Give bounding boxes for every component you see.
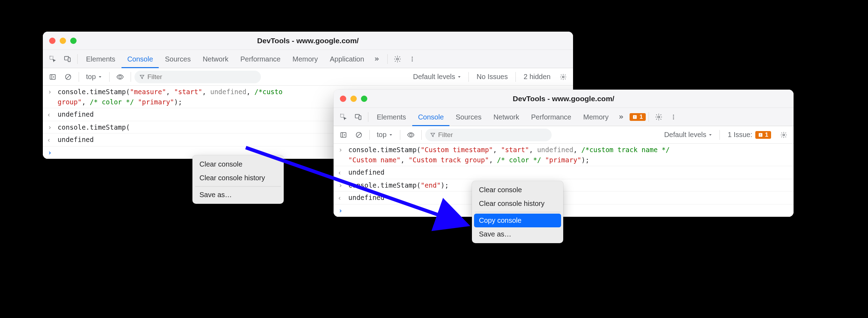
svg-point-20	[673, 115, 674, 116]
menu-save-as[interactable]: Save as…	[474, 227, 561, 241]
divider	[368, 112, 368, 122]
window-title: DevTools - www.google.com/	[43, 37, 573, 45]
tab-elements[interactable]: Elements	[80, 50, 121, 68]
input-marker-icon	[338, 145, 344, 165]
tab-performance[interactable]: Performance	[526, 108, 577, 126]
console-result-row: undefined	[334, 192, 794, 205]
output-marker-icon	[48, 135, 53, 145]
console-input-row[interactable]: console.timeStamp("end");	[334, 179, 794, 192]
divider	[468, 72, 469, 82]
live-expression-icon[interactable]	[404, 128, 418, 142]
svg-point-31	[783, 134, 785, 136]
titlebar[interactable]: DevTools - www.google.com/	[43, 32, 573, 50]
console-input-row[interactable]: console.timeStamp("Custom timestamp", "s…	[334, 144, 794, 166]
console-toolbar: top Default levels 1 Issue: 1	[334, 126, 794, 144]
settings-icon[interactable]	[652, 110, 666, 124]
close-icon[interactable]	[49, 38, 55, 44]
tab-sources[interactable]: Sources	[450, 108, 487, 126]
divider	[77, 54, 78, 64]
console-result-row: undefined	[334, 166, 794, 179]
svg-rect-15	[359, 116, 361, 119]
traffic-lights	[340, 96, 367, 102]
menu-clear-console[interactable]: Clear console	[474, 183, 561, 197]
menu-clear-history[interactable]: Clear console history	[195, 171, 282, 185]
tab-network[interactable]: Network	[197, 50, 234, 68]
levels-selector[interactable]: Default levels	[409, 71, 465, 82]
hidden-text[interactable]: 2 hidden	[519, 73, 555, 81]
filter-input[interactable]	[134, 71, 261, 83]
context-selector[interactable]: top	[83, 71, 106, 82]
tab-sources[interactable]: Sources	[159, 50, 196, 68]
svg-rect-0	[50, 56, 53, 59]
inspect-icon[interactable]	[336, 110, 350, 124]
tab-console[interactable]: Console	[412, 108, 449, 126]
svg-point-3	[396, 58, 399, 60]
inspect-icon[interactable]	[46, 52, 60, 66]
divider	[109, 72, 110, 82]
menu-clear-history[interactable]: Clear console history	[474, 197, 561, 210]
tab-application[interactable]: Application	[324, 50, 370, 68]
close-icon[interactable]	[340, 96, 346, 102]
divider	[400, 130, 400, 140]
more-tabs-icon[interactable]	[370, 52, 384, 66]
issue-icon	[758, 132, 763, 137]
context-selector[interactable]: top	[373, 129, 396, 140]
menu-clear-console[interactable]: Clear console	[195, 157, 282, 171]
filter-input[interactable]	[425, 129, 552, 141]
svg-rect-30	[760, 136, 761, 136]
input-marker-icon	[338, 180, 344, 190]
sidebar-toggle-icon[interactable]	[46, 70, 60, 84]
settings-icon[interactable]	[390, 52, 405, 66]
divider	[369, 130, 370, 140]
input-marker-icon	[48, 122, 53, 132]
kebab-menu-icon[interactable]	[666, 110, 680, 124]
issue-icon	[632, 115, 637, 119]
prompt-marker-icon	[48, 148, 53, 158]
levels-selector[interactable]: Default levels	[660, 129, 716, 140]
svg-point-19	[658, 116, 660, 118]
tab-console[interactable]: Console	[121, 50, 158, 68]
svg-point-5	[412, 58, 413, 59]
live-expression-icon[interactable]	[113, 70, 127, 84]
clear-console-icon[interactable]	[61, 70, 75, 84]
issues-badge[interactable]: 1	[630, 113, 645, 121]
output-marker-icon	[48, 109, 53, 120]
traffic-lights	[49, 38, 77, 44]
filter-field[interactable]	[147, 73, 256, 81]
issues-link[interactable]: 1 Issue: 1	[723, 131, 775, 139]
device-toggle-icon[interactable]	[60, 52, 74, 66]
svg-point-4	[412, 57, 413, 58]
device-toggle-icon[interactable]	[351, 110, 365, 124]
svg-point-22	[673, 118, 674, 119]
minimize-icon[interactable]	[350, 96, 357, 102]
output-marker-icon	[338, 167, 344, 178]
console-prompt-row[interactable]	[334, 205, 794, 217]
settings-icon[interactable]	[556, 70, 570, 84]
svg-rect-13	[341, 114, 344, 117]
tab-elements[interactable]: Elements	[371, 108, 412, 126]
menu-copy-console[interactable]: Copy console	[474, 214, 561, 227]
issues-text[interactable]: No Issues	[472, 73, 512, 81]
devtools-tabstrip: Elements Console Sources Network Perform…	[334, 108, 794, 126]
divider	[515, 72, 516, 82]
filter-field[interactable]	[438, 131, 547, 139]
tab-network[interactable]: Network	[488, 108, 525, 126]
sidebar-toggle-icon[interactable]	[336, 128, 350, 142]
zoom-icon[interactable]	[361, 96, 367, 102]
tab-performance[interactable]: Performance	[235, 50, 287, 68]
settings-icon[interactable]	[777, 128, 791, 142]
menu-separator	[195, 186, 281, 187]
clear-console-icon[interactable]	[352, 128, 366, 142]
kebab-menu-icon[interactable]	[405, 52, 419, 66]
titlebar[interactable]: DevTools - www.google.com/	[334, 90, 794, 108]
zoom-icon[interactable]	[70, 38, 77, 44]
tab-memory[interactable]: Memory	[287, 50, 323, 68]
tab-memory[interactable]: Memory	[578, 108, 614, 126]
svg-line-10	[66, 75, 70, 79]
minimize-icon[interactable]	[60, 38, 66, 44]
menu-save-as[interactable]: Save as…	[195, 188, 282, 202]
more-tabs-icon[interactable]	[615, 110, 629, 124]
divider	[719, 130, 720, 140]
levels-label: Default levels	[664, 131, 706, 139]
chevron-down-icon	[389, 133, 393, 137]
